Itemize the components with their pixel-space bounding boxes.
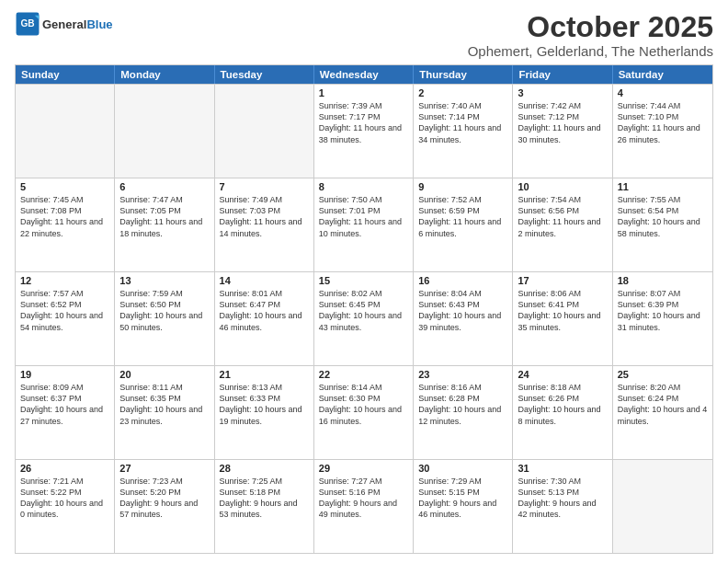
day-info: Sunrise: 7:42 AM Sunset: 7:12 PM Dayligh… bbox=[518, 100, 607, 145]
cal-week-3: 12Sunrise: 7:57 AM Sunset: 6:52 PM Dayli… bbox=[16, 271, 712, 365]
table-row: 21Sunrise: 8:13 AM Sunset: 6:33 PM Dayli… bbox=[215, 366, 314, 459]
day-info: Sunrise: 7:47 AM Sunset: 7:05 PM Dayligh… bbox=[119, 194, 209, 239]
day-info: Sunrise: 8:09 AM Sunset: 6:37 PM Dayligh… bbox=[20, 382, 109, 427]
day-info: Sunrise: 8:04 AM Sunset: 6:43 PM Dayligh… bbox=[418, 288, 507, 333]
month-title: October 2025 bbox=[468, 11, 713, 43]
location-title: Ophemert, Gelderland, The Netherlands bbox=[468, 43, 713, 59]
day-number: 10 bbox=[518, 181, 607, 192]
day-number: 5 bbox=[20, 181, 109, 192]
table-row: 20Sunrise: 8:11 AM Sunset: 6:35 PM Dayli… bbox=[115, 366, 214, 459]
day-info: Sunrise: 7:25 AM Sunset: 5:18 PM Dayligh… bbox=[220, 476, 309, 521]
calendar-header: SundayMondayTuesdayWednesdayThursdayFrid… bbox=[16, 65, 712, 84]
table-row: 17Sunrise: 8:06 AM Sunset: 6:41 PM Dayli… bbox=[513, 272, 612, 365]
day-number: 6 bbox=[119, 181, 209, 192]
day-info: Sunrise: 7:45 AM Sunset: 7:08 PM Dayligh… bbox=[20, 194, 109, 239]
day-number: 30 bbox=[418, 463, 507, 474]
cal-week-2: 5Sunrise: 7:45 AM Sunset: 7:08 PM Daylig… bbox=[16, 178, 712, 271]
table-row: 9Sunrise: 7:52 AM Sunset: 6:59 PM Daylig… bbox=[414, 178, 513, 271]
day-number: 26 bbox=[20, 463, 109, 474]
logo-text: GeneralBlue bbox=[42, 17, 113, 31]
day-number: 2 bbox=[418, 87, 507, 98]
calendar: SundayMondayTuesdayWednesdayThursdayFrid… bbox=[15, 64, 713, 554]
table-row: 23Sunrise: 8:16 AM Sunset: 6:28 PM Dayli… bbox=[414, 366, 513, 459]
day-info: Sunrise: 8:16 AM Sunset: 6:28 PM Dayligh… bbox=[418, 382, 507, 427]
svg-text:GB: GB bbox=[20, 18, 34, 29]
table-row: 22Sunrise: 8:14 AM Sunset: 6:30 PM Dayli… bbox=[314, 366, 414, 459]
table-row: 29Sunrise: 7:27 AM Sunset: 5:16 PM Dayli… bbox=[314, 460, 414, 553]
day-info: Sunrise: 7:40 AM Sunset: 7:14 PM Dayligh… bbox=[418, 100, 507, 145]
cal-week-1: 1Sunrise: 7:39 AM Sunset: 7:17 PM Daylig… bbox=[16, 84, 712, 178]
table-row: 10Sunrise: 7:54 AM Sunset: 6:56 PM Dayli… bbox=[513, 178, 612, 271]
table-row: 19Sunrise: 8:09 AM Sunset: 6:37 PM Dayli… bbox=[16, 366, 115, 459]
table-row: 31Sunrise: 7:30 AM Sunset: 5:13 PM Dayli… bbox=[513, 460, 612, 553]
day-number: 16 bbox=[418, 275, 507, 286]
table-row: 24Sunrise: 8:18 AM Sunset: 6:26 PM Dayli… bbox=[513, 366, 612, 459]
table-row bbox=[16, 85, 115, 178]
day-number: 9 bbox=[418, 181, 507, 192]
table-row: 2Sunrise: 7:40 AM Sunset: 7:14 PM Daylig… bbox=[414, 85, 513, 178]
day-number: 29 bbox=[319, 463, 408, 474]
day-number: 15 bbox=[319, 275, 408, 286]
day-number: 14 bbox=[220, 275, 309, 286]
day-of-week-saturday: Saturday bbox=[613, 65, 712, 84]
table-row: 6Sunrise: 7:47 AM Sunset: 7:05 PM Daylig… bbox=[115, 178, 214, 271]
day-info: Sunrise: 8:20 AM Sunset: 6:24 PM Dayligh… bbox=[618, 382, 708, 427]
day-info: Sunrise: 7:49 AM Sunset: 7:03 PM Dayligh… bbox=[220, 194, 309, 239]
day-info: Sunrise: 7:50 AM Sunset: 7:01 PM Dayligh… bbox=[319, 194, 408, 239]
table-row: 8Sunrise: 7:50 AM Sunset: 7:01 PM Daylig… bbox=[314, 178, 414, 271]
table-row: 27Sunrise: 7:23 AM Sunset: 5:20 PM Dayli… bbox=[115, 460, 214, 553]
day-of-week-thursday: Thursday bbox=[414, 65, 513, 84]
day-info: Sunrise: 8:01 AM Sunset: 6:47 PM Dayligh… bbox=[220, 288, 309, 333]
day-number: 23 bbox=[418, 369, 507, 380]
table-row: 26Sunrise: 7:21 AM Sunset: 5:22 PM Dayli… bbox=[16, 460, 115, 553]
day-number: 17 bbox=[518, 275, 607, 286]
table-row bbox=[115, 85, 214, 178]
day-info: Sunrise: 8:07 AM Sunset: 6:39 PM Dayligh… bbox=[618, 288, 708, 333]
day-number: 11 bbox=[618, 181, 708, 192]
day-info: Sunrise: 8:14 AM Sunset: 6:30 PM Dayligh… bbox=[319, 382, 408, 427]
day-info: Sunrise: 8:06 AM Sunset: 6:41 PM Dayligh… bbox=[518, 288, 607, 333]
table-row: 30Sunrise: 7:29 AM Sunset: 5:15 PM Dayli… bbox=[414, 460, 513, 553]
day-number: 13 bbox=[119, 275, 209, 286]
day-number: 25 bbox=[618, 369, 708, 380]
table-row: 15Sunrise: 8:02 AM Sunset: 6:45 PM Dayli… bbox=[314, 272, 414, 365]
table-row: 11Sunrise: 7:55 AM Sunset: 6:54 PM Dayli… bbox=[613, 178, 712, 271]
day-of-week-friday: Friday bbox=[513, 65, 612, 84]
day-of-week-sunday: Sunday bbox=[16, 65, 115, 84]
day-info: Sunrise: 7:44 AM Sunset: 7:10 PM Dayligh… bbox=[618, 100, 708, 145]
day-number: 31 bbox=[518, 463, 607, 474]
page: GB GeneralBlue October 2025 Ophemert, Ge… bbox=[0, 0, 728, 563]
title-block: October 2025 Ophemert, Gelderland, The N… bbox=[468, 11, 713, 59]
cal-week-5: 26Sunrise: 7:21 AM Sunset: 5:22 PM Dayli… bbox=[16, 459, 712, 553]
table-row bbox=[613, 460, 712, 553]
day-number: 18 bbox=[618, 275, 708, 286]
table-row: 7Sunrise: 7:49 AM Sunset: 7:03 PM Daylig… bbox=[215, 178, 314, 271]
day-info: Sunrise: 7:59 AM Sunset: 6:50 PM Dayligh… bbox=[119, 288, 209, 333]
table-row: 14Sunrise: 8:01 AM Sunset: 6:47 PM Dayli… bbox=[215, 272, 314, 365]
table-row: 4Sunrise: 7:44 AM Sunset: 7:10 PM Daylig… bbox=[613, 85, 712, 178]
table-row: 28Sunrise: 7:25 AM Sunset: 5:18 PM Dayli… bbox=[215, 460, 314, 553]
table-row: 5Sunrise: 7:45 AM Sunset: 7:08 PM Daylig… bbox=[16, 178, 115, 271]
day-info: Sunrise: 7:29 AM Sunset: 5:15 PM Dayligh… bbox=[418, 476, 507, 521]
day-number: 20 bbox=[119, 369, 209, 380]
header: GB GeneralBlue October 2025 Ophemert, Ge… bbox=[15, 11, 713, 59]
day-info: Sunrise: 8:18 AM Sunset: 6:26 PM Dayligh… bbox=[518, 382, 607, 427]
day-number: 27 bbox=[119, 463, 209, 474]
cal-week-4: 19Sunrise: 8:09 AM Sunset: 6:37 PM Dayli… bbox=[16, 365, 712, 459]
table-row: 1Sunrise: 7:39 AM Sunset: 7:17 PM Daylig… bbox=[314, 85, 414, 178]
day-info: Sunrise: 7:30 AM Sunset: 5:13 PM Dayligh… bbox=[518, 476, 607, 521]
day-number: 19 bbox=[20, 369, 109, 380]
day-number: 28 bbox=[220, 463, 309, 474]
day-info: Sunrise: 7:54 AM Sunset: 6:56 PM Dayligh… bbox=[518, 194, 607, 239]
day-of-week-wednesday: Wednesday bbox=[314, 65, 414, 84]
day-info: Sunrise: 8:11 AM Sunset: 6:35 PM Dayligh… bbox=[119, 382, 209, 427]
day-info: Sunrise: 7:57 AM Sunset: 6:52 PM Dayligh… bbox=[20, 288, 109, 333]
day-of-week-monday: Monday bbox=[115, 65, 214, 84]
day-number: 8 bbox=[319, 181, 408, 192]
day-number: 22 bbox=[319, 369, 408, 380]
day-of-week-tuesday: Tuesday bbox=[215, 65, 314, 84]
day-number: 7 bbox=[220, 181, 309, 192]
day-number: 12 bbox=[20, 275, 109, 286]
day-info: Sunrise: 7:39 AM Sunset: 7:17 PM Dayligh… bbox=[319, 100, 408, 145]
logo-icon: GB bbox=[15, 11, 40, 37]
